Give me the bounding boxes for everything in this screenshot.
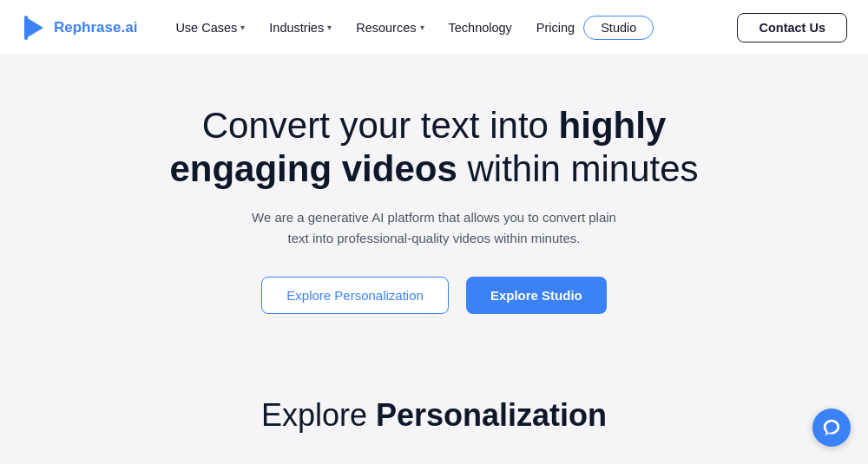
hero-title: Convert your text into highly engaging v… <box>139 104 729 192</box>
explore-personalization-button[interactable]: Explore Personalization <box>261 277 449 314</box>
nav-item-technology[interactable]: Technology <box>438 16 523 40</box>
svg-rect-1 <box>24 16 28 40</box>
nav-item-usecases[interactable]: Use Cases ▾ <box>165 16 255 40</box>
svg-marker-0 <box>26 17 43 38</box>
nav-links: Use Cases ▾ Industries ▾ Resources ▾ Tec… <box>165 16 737 40</box>
explore-personalization-section: Explore Personalization <box>0 383 868 434</box>
explore-personalization-title: Explore Personalization <box>0 397 868 434</box>
chat-icon <box>822 418 841 437</box>
nav-item-studio[interactable]: Studio <box>589 17 648 38</box>
logo-text: Rephrase.ai <box>54 19 137 36</box>
nav-item-pricing[interactable]: Pricing <box>526 16 585 40</box>
logo[interactable]: Rephrase.ai <box>21 14 137 42</box>
contact-us-button[interactable]: Contact Us <box>737 13 847 42</box>
nav-item-industries[interactable]: Industries ▾ <box>259 16 342 40</box>
explore-studio-button[interactable]: Explore Studio <box>466 277 607 314</box>
hero-subtitle: We are a generative AI platform that all… <box>243 207 625 249</box>
navbar: Rephrase.ai Use Cases ▾ Industries ▾ Res… <box>0 0 868 56</box>
nav-item-resources[interactable]: Resources ▾ <box>345 16 434 40</box>
chevron-down-icon: ▾ <box>327 23 332 32</box>
hero-section: Convert your text into highly engaging v… <box>0 56 868 383</box>
chevron-down-icon: ▾ <box>240 23 245 32</box>
chat-bubble-button[interactable] <box>812 408 851 447</box>
chevron-down-icon: ▾ <box>420 23 424 32</box>
hero-buttons: Explore Personalization Explore Studio <box>261 277 606 314</box>
